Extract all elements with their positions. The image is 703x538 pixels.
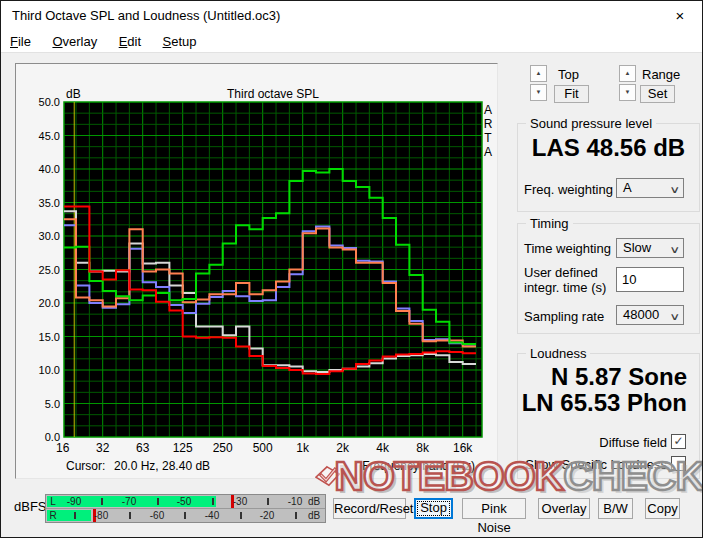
- range-label: Range: [642, 67, 680, 82]
- arta-brand-label: A: [484, 145, 492, 159]
- title-bar: Third Octave SPL and Loudness (Untitled.…: [1, 1, 702, 31]
- y-tick-label: 5.0: [45, 398, 60, 410]
- meter-tick: [129, 512, 131, 519]
- time-weighting-label: Time weighting: [524, 241, 611, 256]
- arta-brand-label: T: [484, 131, 492, 145]
- meter-scale-label: -50: [177, 496, 191, 507]
- meter-unit-label: dB: [308, 496, 320, 507]
- top-spin-up-button[interactable]: ▲: [530, 65, 547, 82]
- meter-scale-label: -70: [122, 496, 136, 507]
- chevron-down-icon: ∨: [669, 181, 680, 199]
- x-tick-label: 2k: [336, 441, 350, 455]
- meter-tick: [101, 498, 103, 505]
- loudness-group-title: Loudness: [526, 346, 590, 361]
- x-tick-label: 63: [136, 441, 150, 455]
- time-weighting-dropdown[interactable]: Slow ∨: [616, 238, 684, 258]
- y-tick-label: 45.0: [39, 130, 60, 142]
- meter-channel-label: L: [50, 496, 56, 507]
- y-tick-label: 40.0: [39, 163, 60, 175]
- arta-brand-label: R: [484, 117, 493, 131]
- y-tick-label: 15.0: [39, 331, 60, 343]
- spl-group-title: Sound pressure level: [526, 116, 656, 131]
- cursor-value: 20.0 Hz, 28.40 dB: [114, 459, 210, 473]
- meter-scale-label: -90: [67, 496, 81, 507]
- spl-chart-panel: dBThird octave SPL50.045.040.035.030.025…: [15, 63, 498, 479]
- x-tick-label: 16k: [453, 441, 473, 455]
- third-octave-spl-chart[interactable]: dBThird octave SPL50.045.040.035.030.025…: [15, 63, 498, 479]
- close-icon[interactable]: ×: [658, 1, 702, 31]
- y-axis-unit-label: dB: [66, 87, 81, 101]
- y-tick-label: 10.0: [39, 364, 60, 376]
- cursor-caption: Cursor:: [66, 459, 105, 473]
- integr-time-label: User defined integr. time (s): [524, 265, 606, 295]
- x-tick-label: 250: [213, 441, 233, 455]
- y-tick-label: 25.0: [39, 264, 60, 276]
- dbfs-label: dBFS: [14, 499, 47, 514]
- y-tick-label: 20.0: [39, 297, 60, 309]
- level-meter: L-90-70-50-30-10dB R-80-60-40-20dB: [45, 494, 326, 523]
- window-title: Third Octave SPL and Loudness (Untitled.…: [12, 1, 280, 31]
- stop-button[interactable]: Stop: [414, 498, 453, 519]
- meter-scale-label: -60: [150, 510, 164, 521]
- meter-scale-label: -40: [205, 510, 219, 521]
- integr-time-input[interactable]: 10: [616, 267, 684, 292]
- copy-button[interactable]: Copy: [645, 498, 680, 519]
- app-window: Third Octave SPL and Loudness (Untitled.…: [0, 0, 703, 538]
- menu-bar: File Overlay Edit Setup: [1, 31, 702, 53]
- bw-button[interactable]: B/W: [598, 498, 633, 519]
- y-tick-label: 35.0: [39, 197, 60, 209]
- meter-scale-label: -30: [233, 496, 247, 507]
- x-tick-label: 8k: [416, 441, 430, 455]
- meter-scale-label: -80: [94, 510, 108, 521]
- meter-row-right: R-80-60-40-20dB: [46, 509, 325, 522]
- freq-weighting-value: A: [623, 180, 632, 195]
- diffuse-field-label: Diffuse field: [517, 435, 667, 450]
- meter-tick: [267, 498, 269, 505]
- top-spin-down-button[interactable]: ▼: [530, 84, 547, 101]
- x-tick-label: 4k: [376, 441, 390, 455]
- meter-tick: [74, 512, 76, 519]
- range-spin-up-button[interactable]: ▲: [619, 65, 636, 82]
- meter-channel-label: R: [49, 510, 56, 521]
- menu-file[interactable]: File: [2, 31, 39, 52]
- arta-brand-label: A: [484, 103, 492, 117]
- x-tick-label: 16: [56, 441, 70, 455]
- sampling-rate-label: Sampling rate: [524, 309, 604, 324]
- pink-noise-button[interactable]: Pink Noise: [462, 498, 526, 519]
- meter-tick: [240, 512, 242, 519]
- time-weighting-value: Slow: [623, 240, 651, 255]
- freq-weighting-dropdown[interactable]: A ∨: [616, 178, 684, 198]
- meter-unit-label: dB: [308, 510, 320, 521]
- top-label: Top: [558, 67, 579, 82]
- timing-group-title: Timing: [526, 216, 573, 231]
- fit-button[interactable]: Fit: [554, 85, 589, 103]
- menu-overlay[interactable]: Overlay: [44, 31, 105, 52]
- loudness-sone-value: N 5.87 Sone: [517, 363, 687, 391]
- show-specific-loudness-label: Show Specific Loudness: [517, 457, 667, 472]
- x-tick-label: 32: [96, 441, 110, 455]
- loudness-phon-value: LN 65.53 Phon: [517, 389, 687, 417]
- x-tick-label: 500: [253, 441, 273, 455]
- overlay-button[interactable]: Overlay: [538, 498, 590, 519]
- x-axis-label: Frequency band (Hz): [362, 459, 475, 473]
- freq-weighting-label: Freq. weighting: [524, 182, 613, 197]
- meter-tick: [212, 498, 214, 505]
- meter-scale-label: -10: [288, 496, 302, 507]
- range-spin-down-button[interactable]: ▼: [619, 84, 636, 101]
- meter-tick: [184, 512, 186, 519]
- meter-scale-label: -20: [260, 510, 274, 521]
- chevron-down-icon: ∨: [669, 308, 680, 326]
- menu-setup[interactable]: Setup: [155, 31, 205, 52]
- x-tick-label: 1k: [296, 441, 310, 455]
- sampling-rate-dropdown[interactable]: 48000 ∨: [616, 305, 684, 325]
- record-reset-button[interactable]: Record/Reset: [333, 498, 406, 519]
- diffuse-field-checkbox[interactable]: ✓: [671, 434, 686, 449]
- spl-value: LAS 48.56 dB: [517, 134, 700, 162]
- meter-tick: [157, 498, 159, 505]
- set-button[interactable]: Set: [640, 85, 675, 103]
- meter-row-left: L-90-70-50-30-10dB: [46, 495, 325, 508]
- menu-edit[interactable]: Edit: [111, 31, 149, 52]
- chevron-down-icon: ∨: [669, 241, 680, 259]
- show-specific-loudness-checkbox[interactable]: [671, 456, 686, 471]
- y-tick-label: 30.0: [39, 230, 60, 242]
